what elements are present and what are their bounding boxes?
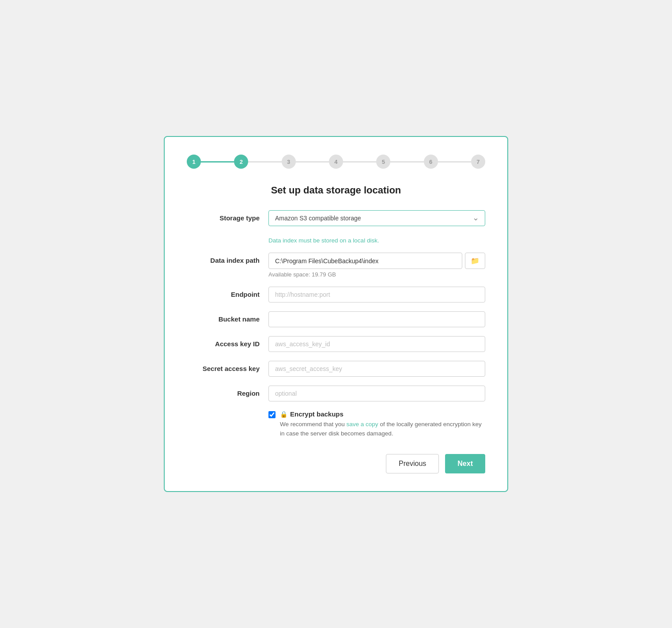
lock-icon: 🔒 — [280, 411, 287, 418]
step-line-4 — [343, 161, 376, 163]
encrypt-backups-row: 🔒 Encrypt backups We recommend that you … — [187, 410, 485, 438]
setup-dialog: 1 2 3 4 5 6 7 Set up data storage locati… — [164, 136, 508, 492]
encrypt-backups-checkbox[interactable] — [268, 411, 276, 418]
step-line-6 — [438, 161, 471, 163]
region-input[interactable] — [268, 386, 485, 401]
access-key-id-input[interactable] — [268, 336, 485, 352]
encrypt-backups-content: 🔒 Encrypt backups We recommend that you … — [268, 410, 485, 438]
index-path-input-row: 📁 — [268, 253, 485, 269]
storage-type-select[interactable]: Amazon S3 compatible storage Local disk … — [268, 210, 485, 226]
bucket-name-input[interactable] — [268, 311, 485, 327]
data-index-hint-link[interactable]: Data index must be stored on a local dis… — [268, 237, 485, 244]
endpoint-input[interactable] — [268, 287, 485, 303]
access-key-id-field — [268, 336, 485, 352]
bucket-name-label: Bucket name — [187, 311, 268, 323]
encrypt-backups-desc: We recommend that you save a copy of the… — [280, 420, 485, 438]
secret-access-key-input[interactable] — [268, 361, 485, 377]
secret-access-key-label: Secret access key — [187, 361, 268, 372]
step-5: 5 — [376, 155, 390, 169]
available-space-text: Available space: 19.79 GB — [268, 271, 485, 278]
step-3: 3 — [282, 155, 296, 169]
page-title: Set up data storage location — [187, 185, 485, 196]
bucket-name-row: Bucket name — [187, 311, 485, 327]
endpoint-field — [268, 287, 485, 303]
step-2: 2 — [234, 155, 248, 169]
step-line-3 — [296, 161, 329, 163]
step-line-1 — [201, 161, 234, 163]
save-copy-link[interactable]: save a copy — [347, 421, 378, 427]
storage-type-label: Storage type — [187, 210, 268, 222]
step-line-5 — [390, 161, 423, 163]
region-label: Region — [187, 386, 268, 397]
secret-access-key-field — [268, 361, 485, 377]
step-4: 4 — [329, 155, 343, 169]
stepper: 1 2 3 4 5 6 7 — [187, 155, 485, 169]
encrypt-backups-field: 🔒 Encrypt backups We recommend that you … — [268, 410, 485, 438]
data-index-path-input[interactable] — [268, 253, 462, 269]
access-key-id-row: Access key ID — [187, 336, 485, 352]
button-row: Previous Next — [187, 454, 485, 473]
folder-icon: 📁 — [471, 257, 479, 265]
step-6: 6 — [424, 155, 438, 169]
storage-type-field: Amazon S3 compatible storage Local disk … — [268, 210, 485, 226]
data-index-hint-field: Data index must be stored on a local dis… — [268, 235, 485, 244]
folder-browse-button[interactable]: 📁 — [465, 253, 485, 269]
access-key-id-label: Access key ID — [187, 336, 268, 348]
storage-type-select-wrapper: Amazon S3 compatible storage Local disk … — [268, 210, 485, 226]
storage-type-row: Storage type Amazon S3 compatible storag… — [187, 210, 485, 226]
encrypt-backups-spacer — [187, 410, 268, 414]
secret-access-key-row: Secret access key — [187, 361, 485, 377]
encrypt-backups-text: 🔒 Encrypt backups We recommend that you … — [280, 410, 485, 438]
encrypt-backups-title: 🔒 Encrypt backups — [280, 410, 485, 418]
data-index-hint-row: Data index must be stored on a local dis… — [187, 235, 485, 244]
bucket-name-field — [268, 311, 485, 327]
region-row: Region — [187, 386, 485, 401]
step-1: 1 — [187, 155, 201, 169]
previous-button[interactable]: Previous — [386, 454, 439, 473]
data-index-path-label: Data index path — [187, 253, 268, 264]
region-field — [268, 386, 485, 401]
data-index-path-field: 📁 Available space: 19.79 GB — [268, 253, 485, 278]
step-7: 7 — [471, 155, 485, 169]
data-index-hint-spacer — [187, 235, 268, 239]
endpoint-row: Endpoint — [187, 287, 485, 303]
step-line-2 — [248, 161, 281, 163]
endpoint-label: Endpoint — [187, 287, 268, 298]
data-index-path-row: Data index path 📁 Available space: 19.79… — [187, 253, 485, 278]
next-button[interactable]: Next — [445, 454, 485, 473]
